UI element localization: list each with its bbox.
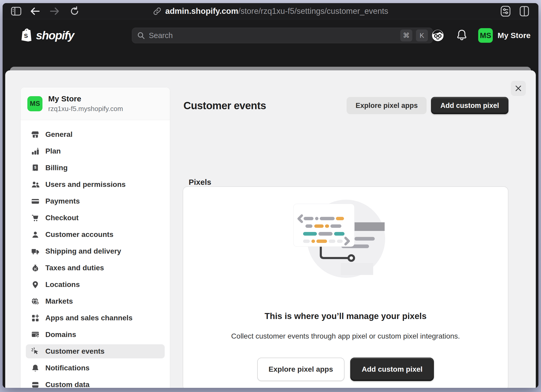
markets-icon	[31, 297, 40, 306]
link-icon	[153, 7, 162, 16]
add-custom-pixel-button-empty[interactable]: Add custom pixel	[350, 358, 434, 381]
explore-pixel-apps-button[interactable]: Explore pixel apps	[347, 97, 427, 114]
sidebar-item-customer-accounts[interactable]: Customer accounts	[26, 228, 165, 242]
sidebar-item-label: Custom data	[45, 381, 90, 388]
sidebar-item-label: Locations	[45, 280, 80, 289]
store-icon	[31, 130, 40, 139]
sidebar-item-label: Plan	[45, 147, 61, 155]
svg-text:S: S	[24, 33, 28, 39]
sidebar-item-users-and-permissions[interactable]: Users and permissions	[26, 177, 165, 192]
shopify-wordmark: shopify	[36, 29, 74, 42]
forward-button[interactable]	[48, 5, 61, 17]
billing-icon	[31, 164, 40, 172]
plan-icon	[31, 147, 40, 156]
back-button[interactable]	[29, 5, 41, 17]
k-key-badge: K	[416, 29, 428, 41]
sidebar-item-markets[interactable]: Markets	[26, 294, 165, 308]
explore-pixel-apps-button-empty[interactable]: Explore pixel apps	[257, 358, 345, 381]
sidebar-item-label: Payments	[45, 197, 80, 205]
search-icon	[137, 31, 145, 40]
search-input[interactable]: Search ⌘ K	[132, 28, 433, 43]
browser-toolbar: admin.shopify.com/store/rzq1xu-f5/settin…	[3, 3, 538, 19]
users-icon	[31, 180, 40, 189]
shopify-bag-icon: S	[20, 28, 33, 43]
store-name: My Store	[48, 94, 123, 103]
customdata-icon	[31, 381, 40, 388]
browser-settings-icon[interactable]	[499, 5, 512, 17]
account-icon	[31, 230, 40, 239]
url-path: /store/rzq1xu-f5/settings/customer_event…	[238, 7, 388, 16]
sidebar-item-label: Domains	[45, 330, 76, 339]
sidebar-item-taxes-and-duties[interactable]: Taxes and duties	[26, 261, 165, 275]
reload-button[interactable]	[68, 5, 81, 17]
apps-icon	[31, 314, 40, 322]
sidebar-item-checkout[interactable]: Checkout	[26, 211, 165, 225]
sidebar-item-label: General	[45, 130, 72, 139]
sidebar-item-billing[interactable]: Billing	[26, 161, 165, 175]
sidebar-item-plan[interactable]: Plan	[26, 144, 165, 158]
payments-icon	[31, 197, 40, 206]
page-title: Customer events	[183, 100, 266, 112]
empty-state-subtitle: Collect customer events through app pixe…	[183, 332, 508, 340]
pixels-section-title: Pixels	[189, 178, 211, 187]
sidekick-assistant-icon[interactable]	[430, 28, 445, 43]
sidebar-item-label: Apps and sales channels	[45, 314, 133, 322]
address-bar[interactable]: admin.shopify.com/store/rzq1xu-f5/settin…	[153, 7, 388, 16]
locations-icon	[31, 280, 40, 289]
sidebar-item-label: Shipping and delivery	[45, 247, 121, 255]
sidebar-item-payments[interactable]: Payments	[26, 194, 165, 208]
events-icon	[31, 347, 40, 356]
sidebar-item-label: Checkout	[45, 214, 79, 222]
pixels-illustration	[286, 196, 405, 286]
search-placeholder: Search	[149, 31, 397, 40]
sidebar-item-label: Customer accounts	[45, 230, 113, 239]
page-header: Customer events Explore pixel apps Add c…	[183, 96, 508, 115]
shopify-admin: S shopify Search ⌘ K	[3, 19, 538, 388]
url-host: admin.shopify.com	[165, 7, 238, 16]
store-domain: rzq1xu-f5.myshopify.com	[48, 105, 123, 113]
store-avatar: MS	[27, 96, 42, 111]
sidebar-item-label: Taxes and duties	[45, 264, 104, 272]
sidebar-item-general[interactable]: General	[26, 127, 165, 142]
notifications-icon	[31, 364, 40, 372]
account-name: My Store	[497, 31, 531, 40]
cmd-key-badge: ⌘	[400, 29, 412, 41]
sidebar-item-label: Customer events	[45, 347, 104, 356]
settings-nav: General Plan Billing Users and permissio…	[21, 120, 170, 388]
browser-window: admin.shopify.com/store/rzq1xu-f5/settin…	[3, 3, 538, 388]
empty-state-title: This is where you’ll manage your pixels	[183, 311, 508, 321]
account-menu[interactable]: MS My Store	[478, 28, 531, 43]
sidebar-item-customer-events[interactable]: Customer events	[26, 344, 165, 358]
checkout-icon	[31, 214, 40, 222]
sidebar-toggle-icon[interactable]	[10, 5, 22, 17]
settings-modal: MS My Store rzq1xu-f5.myshopify.com Gene…	[5, 70, 536, 388]
notifications-bell-icon[interactable]	[456, 29, 468, 42]
shopify-logo[interactable]: S shopify	[20, 28, 74, 43]
sidebar-item-domains[interactable]: Domains	[26, 328, 165, 342]
pixels-empty-state-card: This is where you’ll manage your pixels …	[183, 186, 508, 388]
shipping-icon	[31, 247, 40, 256]
store-switcher[interactable]: MS My Store rzq1xu-f5.myshopify.com	[21, 87, 170, 120]
sidebar-item-custom-data[interactable]: Custom data	[26, 378, 165, 388]
sidebar-item-notifications[interactable]: Notifications	[26, 361, 165, 375]
account-avatar: MS	[478, 28, 493, 43]
add-custom-pixel-button[interactable]: Add custom pixel	[431, 97, 508, 114]
sidebar-item-shipping-and-delivery[interactable]: Shipping and delivery	[26, 244, 165, 258]
sidebar-item-label: Notifications	[45, 364, 90, 372]
close-icon[interactable]	[511, 81, 526, 96]
split-view-icon[interactable]	[518, 5, 531, 17]
sidebar-item-apps-and-sales-channels[interactable]: Apps and sales channels	[26, 311, 165, 325]
domains-icon	[31, 330, 40, 339]
sidebar-item-label: Billing	[45, 164, 68, 172]
settings-sidebar: MS My Store rzq1xu-f5.myshopify.com Gene…	[20, 87, 170, 388]
taxes-icon	[31, 264, 40, 272]
sidebar-item-label: Users and permissions	[45, 180, 126, 189]
shopify-header: S shopify Search ⌘ K	[3, 19, 538, 52]
sidebar-item-label: Markets	[45, 297, 73, 305]
sidebar-item-locations[interactable]: Locations	[26, 278, 165, 292]
